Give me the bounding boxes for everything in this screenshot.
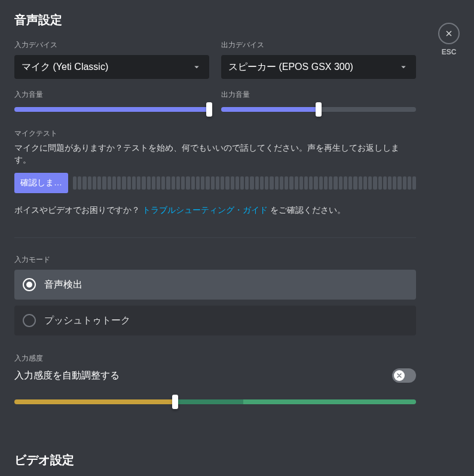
radio-label: プッシュトゥトーク (44, 315, 130, 327)
sensitivity-slider[interactable] (14, 399, 416, 404)
input-volume-label: 入力音量 (14, 90, 209, 100)
toggle-knob (394, 370, 405, 381)
input-device-dropdown[interactable]: マイク (Yeti Classic) (14, 55, 209, 79)
video-settings-heading: ビデオ設定 (14, 452, 416, 468)
radio-icon (23, 314, 36, 327)
radio-icon (23, 278, 36, 291)
input-mode-group: 音声検出プッシュトゥトーク (14, 270, 416, 335)
chevron-down-icon (398, 62, 409, 72)
input-mode-label: 入力モード (14, 255, 416, 265)
output-device-label: 出力デバイス (221, 40, 416, 50)
input-device-label: 入力デバイス (14, 40, 209, 50)
output-volume-slider[interactable] (221, 107, 416, 112)
esc-label: ESC (442, 48, 457, 56)
output-device-dropdown[interactable]: スピーカー (EPOS GSX 300) (221, 55, 416, 79)
voice-settings-heading: 音声設定 (14, 12, 416, 28)
output-volume-label: 出力音量 (221, 90, 416, 100)
input-device-value: マイク (Yeti Classic) (22, 61, 108, 74)
close-icon (444, 29, 454, 38)
input-mode-option-0[interactable]: 音声検出 (14, 270, 416, 300)
sensitivity-thumb[interactable] (172, 395, 178, 409)
output-volume-thumb[interactable] (316, 102, 322, 117)
input-volume-fill (14, 107, 209, 112)
input-mode-option-1[interactable]: プッシュトゥトーク (14, 306, 416, 335)
troubleshoot-link[interactable]: トラブルシューティング・ガイド (142, 205, 268, 215)
output-volume-fill (221, 107, 319, 112)
close-icon (396, 372, 403, 379)
mic-level-meter (73, 176, 416, 190)
sensitivity-label: 入力感度 (14, 353, 416, 364)
sensitivity-above-threshold (243, 399, 416, 404)
radio-label: 音声検出 (44, 279, 82, 291)
chevron-down-icon (191, 62, 202, 72)
mic-test-title: マイクテスト (14, 129, 416, 139)
sensitivity-mid (175, 399, 243, 404)
troubleshoot-text: ボイスやビデオでお困りですか？ トラブルシューティング・ガイド をご確認ください… (14, 205, 416, 216)
mic-test-button[interactable]: 確認しまし... (14, 173, 68, 193)
output-device-value: スピーカー (EPOS GSX 300) (228, 61, 353, 74)
auto-sensitivity-toggle[interactable] (392, 368, 416, 383)
input-volume-thumb[interactable] (206, 102, 212, 117)
divider (14, 237, 416, 238)
input-volume-slider[interactable] (14, 107, 209, 112)
mic-test-description: マイクに問題がありますか？テストを始め、何でもいいので話してください。声を再生し… (14, 142, 416, 166)
auto-sensitivity-label: 入力感度を自動調整する (14, 370, 120, 382)
sensitivity-below-threshold (14, 399, 175, 404)
close-button[interactable] (438, 23, 460, 44)
